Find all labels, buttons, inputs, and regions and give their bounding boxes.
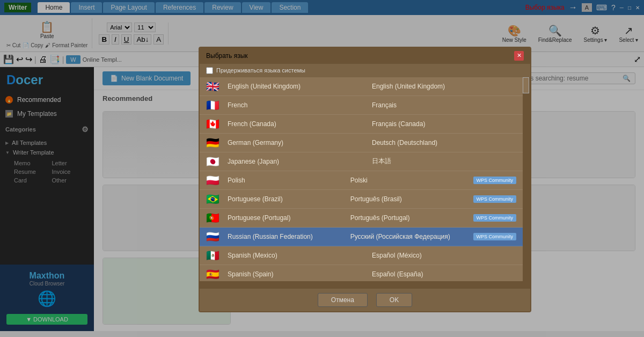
lang-name: French (Canada) [228,120,372,128]
dialog-scrollbar[interactable] [523,77,530,281]
lang-item[interactable]: 🇷🇺 Russian (Russian Federation) Русский … [200,228,523,246]
flag-icon: 🇷🇺 [206,231,221,242]
flag-icon: 🇪🇸 [206,269,221,280]
lang-native: Deutsch (Deutschland) [372,139,516,146]
lang-name: French [228,101,372,109]
lang-item[interactable]: 🇨🇦 French (Canada) Français (Canada) [200,115,523,134]
lang-name: German (Germany) [228,139,372,146]
dialog-title-bar: Выбрать язык ✕ [200,48,530,64]
lang-item[interactable]: 🇫🇷 French Français [200,96,523,115]
lang-name: Russian (Russian Federation) [228,233,350,240]
flag-icon: 🇨🇦 [206,119,221,129]
lang-badge: WPS Community [473,233,517,240]
flag-icon: 🇩🇪 [206,137,221,148]
lang-item[interactable]: 🇧🇷 Portuguese (Brazil) Português (Brasil… [200,190,523,209]
lang-item[interactable]: 🇩🇪 German (Germany) Deutsch (Deutschland… [200,134,523,152]
lang-native: Português (Brasil) [350,195,473,203]
lang-native: 日本語 [372,157,516,166]
lang-item[interactable]: 🇬🇧 English (United Kingdom) English (Uni… [200,77,523,96]
dialog-close-button[interactable]: ✕ [514,51,524,61]
lang-name: Spanish (Mexico) [228,252,372,259]
lang-native: Português (Portugal) [350,214,473,222]
dialog-title: Выбрать язык [206,52,248,60]
flag-icon: 🇵🇹 [206,213,221,223]
lang-item[interactable]: 🇵🇱 Polish Polski WPS Community [200,171,523,190]
dialog-toolbar: Придерживаться языка системы [200,64,530,77]
cancel-button[interactable]: Отмена [318,293,368,307]
flag-icon: 🇲🇽 [206,250,221,261]
dialog-body: 🇬🇧 English (United Kingdom) English (Uni… [200,77,530,289]
language-dialog: Выбрать язык ✕ Придерживаться языка сист… [199,47,531,312]
system-lang-check[interactable] [206,67,213,74]
system-language-checkbox[interactable]: Придерживаться языка системы [206,67,305,74]
lang-item[interactable]: 🇲🇽 Spanish (Mexico) Español (México) [200,246,523,265]
lang-native: Français [372,101,516,109]
lang-name: Portuguese (Brazil) [228,195,350,203]
lang-name: Spanish (Spain) [228,270,372,278]
lang-native: Français (Canada) [372,120,516,128]
lang-native: Español (España) [372,270,516,278]
dialog-overlay: Выбрать язык ✕ Придерживаться языка сист… [0,0,644,337]
system-lang-label: Придерживаться языка системы [216,67,305,74]
lang-native: Русский (Российская Федерация) [350,233,473,240]
flag-icon: 🇬🇧 [206,81,221,92]
dialog-hscroll[interactable] [200,281,530,289]
lang-name: English (United Kingdom) [228,83,372,90]
lang-native: English (United Kingdom) [372,83,516,90]
flag-icon: 🇵🇱 [206,175,221,186]
lang-item[interactable]: 🇵🇹 Portuguese (Portugal) Português (Port… [200,209,523,228]
lang-name: Japanese (Japan) [228,158,372,165]
lang-badge: WPS Community [473,177,517,184]
ok-button[interactable]: OK [376,293,412,307]
lang-name: Portuguese (Portugal) [228,214,350,222]
lang-item[interactable]: 🇯🇵 Japanese (Japan) 日本語 [200,152,523,171]
flag-icon: 🇧🇷 [206,194,221,204]
flag-icon: 🇫🇷 [206,100,221,111]
lang-badge: WPS Community [473,195,517,203]
dialog-footer: Отмена OK [200,289,530,311]
lang-native: Español (México) [372,252,516,259]
lang-badge: WPS Community [473,214,517,222]
lang-item[interactable]: 🇪🇸 Spanish (Spain) Español (España) [200,265,523,281]
language-list: 🇬🇧 English (United Kingdom) English (Uni… [200,77,523,281]
lang-name: Polish [228,177,350,184]
flag-icon: 🇯🇵 [206,156,221,167]
lang-native: Polski [350,177,473,184]
